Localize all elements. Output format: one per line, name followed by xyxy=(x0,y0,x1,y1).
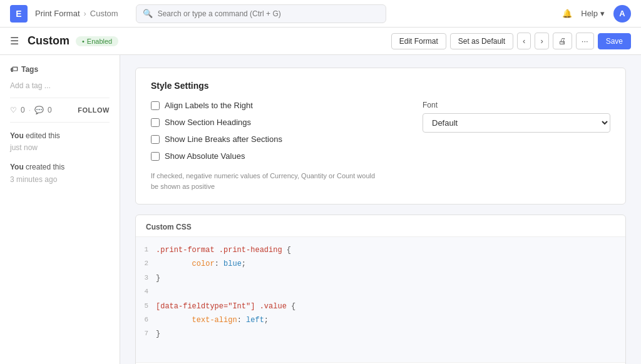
section-headings-label: Show Section Headings xyxy=(165,118,251,127)
main-layout: 🏷 Tags Add a tag ... ♡ 0 · 💬 0 FOLLOW Yo… xyxy=(0,55,641,364)
line-breaks-checkbox[interactable] xyxy=(151,135,160,144)
activity-created: You created this 3 minutes ago xyxy=(10,161,110,185)
code-line-3: 3 } xyxy=(136,271,625,285)
line-num-1: 1 xyxy=(136,244,156,256)
notification-bell[interactable]: 🔔 xyxy=(562,9,572,18)
code-line-2: 2 color: blue; xyxy=(136,257,625,271)
align-labels-checkbox[interactable] xyxy=(151,101,160,110)
style-settings-section: Style Settings Align Labels to the Right… xyxy=(135,68,626,205)
search-icon: 🔍 xyxy=(143,9,153,18)
sidebar-stats: ♡ 0 · 💬 0 FOLLOW xyxy=(10,106,110,114)
breadcrumb: Print Format › Custom xyxy=(35,9,118,18)
comments-count: 0 xyxy=(48,106,52,114)
prev-button[interactable]: ‹ xyxy=(517,33,531,49)
line-breaks-label: Show Line Breaks after Sections xyxy=(165,134,282,144)
main-content: Style Settings Align Labels to the Right… xyxy=(120,55,641,364)
menu-icon[interactable]: ☰ xyxy=(10,35,19,47)
style-settings-grid: Align Labels to the Right Show Section H… xyxy=(151,101,610,191)
activity-who-2: You xyxy=(10,163,24,171)
search-bar[interactable]: 🔍 xyxy=(136,4,386,23)
help-button[interactable]: Help ▾ xyxy=(581,9,605,18)
chevron-down-icon: ▾ xyxy=(600,9,605,18)
search-input[interactable] xyxy=(158,9,379,18)
edit-format-button[interactable]: Edit Format xyxy=(391,33,446,49)
activity-when-1: just now xyxy=(10,143,38,152)
style-settings-title: Style Settings xyxy=(151,81,610,91)
activity-who-1: You xyxy=(10,131,24,140)
line-num-7: 7 xyxy=(136,328,156,340)
code-line-5: 5 [data-fieldtype="Int"] .value { xyxy=(136,300,625,313)
checkbox-line-breaks[interactable]: Show Line Breaks after Sections xyxy=(151,134,397,144)
code-editor[interactable]: 1 .print-format .print-heading { 2 color… xyxy=(136,237,625,362)
tags-label: Tags xyxy=(21,65,38,74)
activity-action-2: created this xyxy=(24,163,64,171)
align-labels-label: Align Labels to the Right xyxy=(165,101,253,110)
top-nav: E Print Format › Custom 🔍 🔔 Help ▾ A xyxy=(0,0,641,28)
print-button[interactable]: 🖨 xyxy=(553,33,572,49)
font-select[interactable]: Default Arial Times New Roman Helvetica xyxy=(423,113,610,133)
dot-sep: · xyxy=(29,106,31,114)
breadcrumb-print-format[interactable]: Print Format xyxy=(35,9,80,18)
code-line-4: 4 xyxy=(136,285,625,299)
activity-action-1: edited this xyxy=(24,131,60,140)
app-logo: E xyxy=(10,5,28,23)
toolbar-actions: Edit Format Set as Default ‹ › 🖨 ··· Sav… xyxy=(391,33,631,49)
page-toolbar: ☰ Custom Enabled Edit Format Set as Defa… xyxy=(0,28,641,55)
absolute-values-help: If checked, negative numeric values of C… xyxy=(151,171,376,191)
status-badge: Enabled xyxy=(76,36,118,46)
code-line-7: 7 } xyxy=(136,327,625,341)
line-num-4: 4 xyxy=(136,286,156,298)
custom-css-title: Custom CSS xyxy=(136,215,625,237)
more-button[interactable]: ··· xyxy=(576,33,594,49)
next-button[interactable]: › xyxy=(535,33,548,49)
checkbox-section-headings[interactable]: Show Section Headings xyxy=(151,118,397,127)
line-num-3: 3 xyxy=(136,272,156,284)
font-section: Font Default Arial Times New Roman Helve… xyxy=(423,101,610,191)
topnav-right: 🔔 Help ▾ A xyxy=(562,5,631,23)
absolute-values-checkbox[interactable] xyxy=(151,152,160,161)
tag-icon: 🏷 xyxy=(10,65,18,74)
checkboxes-group: Align Labels to the Right Show Section H… xyxy=(151,101,397,191)
absolute-values-label: Show Absolute Values xyxy=(165,151,245,161)
activity-edited: You edited this just now xyxy=(10,130,110,154)
save-button[interactable]: Save xyxy=(598,33,631,49)
custom-css-section: Custom CSS 1 .print-format .print-headin… xyxy=(135,215,626,364)
checkbox-absolute-values[interactable]: Show Absolute Values xyxy=(151,151,397,161)
add-tag[interactable]: Add a tag ... xyxy=(10,81,110,90)
line-num-5: 5 xyxy=(136,300,156,312)
code-line-1: 1 .print-format .print-heading { xyxy=(136,243,625,257)
sidebar-divider-1 xyxy=(10,98,110,98)
heart-icon: ♡ xyxy=(10,106,17,114)
follow-button[interactable]: FOLLOW xyxy=(78,106,110,114)
set-default-button[interactable]: Set as Default xyxy=(450,33,513,49)
section-headings-checkbox[interactable] xyxy=(151,118,160,127)
comment-icon: 💬 xyxy=(34,106,44,114)
page-title: Custom xyxy=(28,34,69,48)
line-num-6: 6 xyxy=(136,314,156,326)
activity-when-2: 3 minutes ago xyxy=(10,175,57,184)
likes-count: 0 xyxy=(21,106,25,114)
avatar[interactable]: A xyxy=(613,5,631,23)
breadcrumb-sep: › xyxy=(84,9,86,18)
tags-section: 🏷 Tags xyxy=(10,65,110,74)
sidebar-divider-2 xyxy=(10,122,110,123)
breadcrumb-custom: Custom xyxy=(90,9,118,18)
line-num-2: 2 xyxy=(136,258,156,270)
checkbox-align-labels[interactable]: Align Labels to the Right xyxy=(151,101,397,110)
code-line-6: 6 text-align: left; xyxy=(136,313,625,327)
sidebar: 🏷 Tags Add a tag ... ♡ 0 · 💬 0 FOLLOW Yo… xyxy=(0,55,120,364)
font-label: Font xyxy=(423,101,610,109)
